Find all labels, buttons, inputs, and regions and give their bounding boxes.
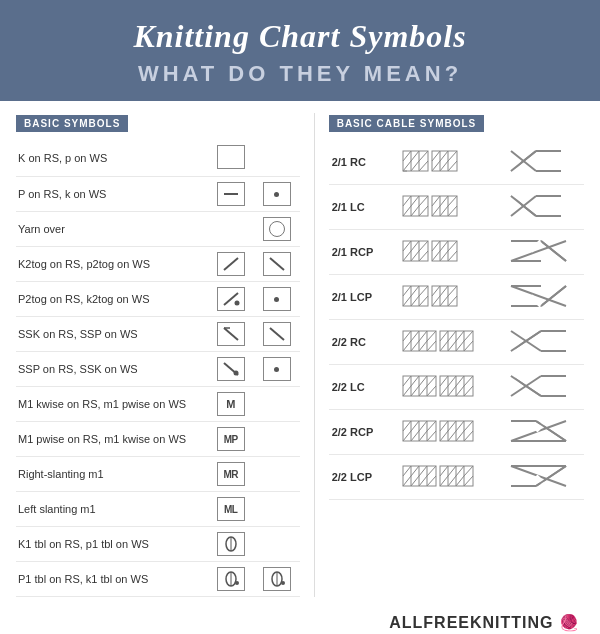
svg-line-199 (411, 466, 419, 476)
svg-line-125 (464, 331, 473, 341)
svg-line-198 (403, 476, 411, 486)
rslash-box-icon (217, 252, 245, 276)
symbol-label: P1 tbl on RS, k1 tbl on WS (16, 562, 208, 597)
svg-line-211 (448, 466, 456, 476)
svg-line-84 (411, 286, 419, 296)
svg-line-180 (440, 431, 448, 441)
lslash-box-icon (217, 322, 245, 346)
cable-grid-icon (391, 455, 493, 500)
ml-box-icon: ML (217, 497, 245, 521)
svg-line-34 (440, 161, 448, 171)
symbol-icon (208, 177, 254, 212)
symbol-icon: MP (208, 422, 254, 457)
symbol-icon2 (254, 422, 300, 457)
svg-line-101 (531, 296, 541, 306)
cable-symbols-header: BASIC CABLE SYMBOLS (329, 115, 485, 132)
cable-twist-icon (493, 230, 584, 275)
table-row: 2/1 RCP (329, 230, 584, 275)
svg-line-71 (448, 241, 457, 251)
dot-box2-icon (263, 287, 291, 311)
page-subtitle: WHAT DO THEY MEAN? (20, 61, 580, 87)
svg-line-186 (464, 431, 473, 441)
svg-line-209 (440, 466, 448, 476)
svg-line-215 (464, 466, 473, 476)
svg-line-43 (411, 206, 419, 216)
table-row: K on RS, p on WS (16, 140, 300, 177)
svg-line-185 (464, 421, 473, 431)
svg-line-95 (448, 286, 457, 296)
m-box-icon: M (217, 392, 245, 416)
dash-box-icon (217, 182, 245, 206)
svg-line-35 (448, 151, 457, 161)
svg-line-69 (440, 241, 448, 251)
symbol-icon2 (254, 492, 300, 527)
svg-line-149 (440, 376, 448, 386)
cable-grid-icon (391, 140, 493, 185)
cable-twist-icon (493, 275, 584, 320)
svg-line-2 (270, 258, 284, 270)
svg-line-54 (448, 206, 457, 216)
svg-rect-79 (403, 286, 428, 306)
svg-line-44 (419, 196, 428, 206)
brand-text: ALLFREEKNITTING 🧶 (389, 614, 580, 631)
symbol-icon2 (254, 562, 300, 597)
svg-rect-88 (432, 286, 457, 306)
cable-twist-icon (493, 455, 584, 500)
table-row: 2/2 LC (329, 365, 584, 410)
table-row: 2/1 RC (329, 140, 584, 185)
svg-line-120 (440, 341, 448, 351)
table-row: SSK on RS, SSP on WS (16, 317, 300, 352)
symbol-icon2 (254, 212, 300, 247)
table-row: P on RS, k on WS (16, 177, 300, 212)
svg-line-170 (411, 431, 419, 441)
page-title: Knitting Chart Symbols (20, 18, 580, 55)
svg-line-49 (432, 196, 440, 206)
svg-line-216 (464, 476, 473, 486)
svg-line-151 (448, 376, 456, 386)
svg-line-156 (464, 386, 473, 396)
table-row: Yarn over (16, 212, 300, 247)
svg-line-154 (456, 386, 464, 396)
svg-rect-46 (432, 196, 457, 216)
symbol-icon: MR (208, 457, 254, 492)
svg-line-183 (456, 421, 464, 431)
svg-line-111 (419, 331, 427, 341)
cable-label: 2/1 RC (329, 140, 391, 185)
svg-line-78 (541, 241, 566, 261)
svg-line-184 (456, 431, 464, 441)
svg-line-141 (419, 376, 427, 386)
dot-box-icon (263, 182, 291, 206)
svg-line-153 (456, 376, 464, 386)
svg-line-93 (440, 286, 448, 296)
svg-line-85 (411, 296, 419, 306)
svg-line-179 (440, 421, 448, 431)
svg-line-77 (531, 241, 541, 251)
cable-label: 2/2 LC (329, 365, 391, 410)
svg-rect-28 (432, 151, 457, 171)
cable-label: 2/2 RC (329, 320, 391, 365)
table-row: SSP on RS, SSK on WS (16, 352, 300, 387)
svg-line-58 (403, 241, 411, 251)
svg-line-124 (456, 341, 464, 351)
cable-label: 2/1 LCP (329, 275, 391, 320)
svg-line-94 (440, 296, 448, 306)
svg-point-4 (234, 301, 239, 306)
table-row: 2/1 LC (329, 185, 584, 230)
svg-line-137 (403, 376, 411, 386)
svg-line-197 (403, 466, 411, 476)
svg-line-52 (440, 206, 448, 216)
svg-line-92 (432, 296, 440, 306)
svg-line-50 (432, 206, 440, 216)
symbol-icon (208, 282, 254, 317)
svg-line-53 (448, 196, 457, 206)
symbol-icon2 (254, 387, 300, 422)
svg-line-22 (403, 161, 411, 171)
cable-symbols-table: 2/1 RC (329, 140, 584, 500)
cable-grid-icon (391, 410, 493, 455)
svg-point-17 (281, 581, 285, 585)
svg-line-139 (411, 376, 419, 386)
table-row: 2/1 LCP (329, 275, 584, 320)
svg-line-168 (403, 431, 411, 441)
svg-line-40 (403, 196, 411, 206)
symbol-label: K2tog on RS, p2tog on WS (16, 247, 208, 282)
